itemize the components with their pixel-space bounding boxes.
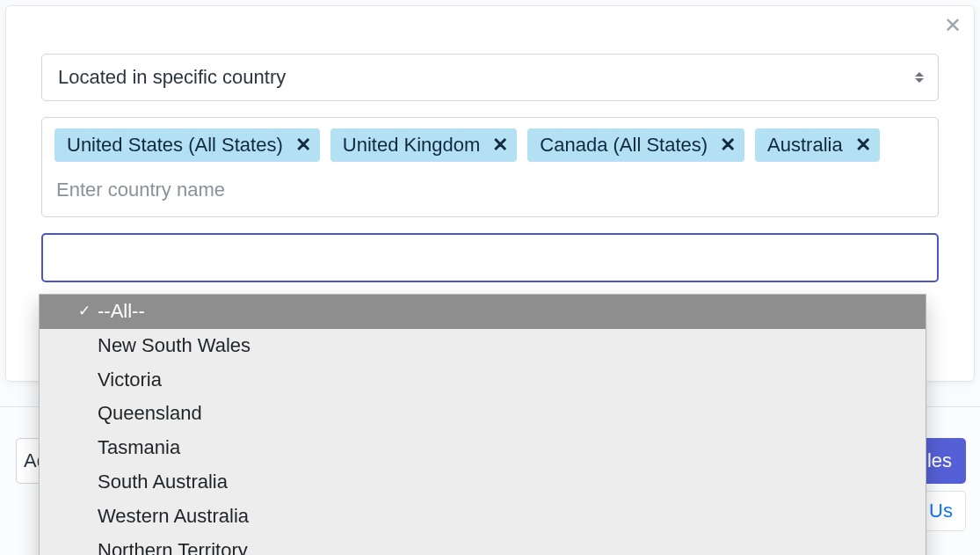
country-chip: Australia✕ bbox=[755, 128, 880, 162]
state-option-label: Western Australia bbox=[98, 505, 249, 527]
country-chip-label: Canada (All States) bbox=[540, 134, 708, 157]
chip-remove-icon[interactable]: ✕ bbox=[855, 134, 871, 157]
state-option-label: South Australia bbox=[98, 471, 228, 493]
mode-select-value: Located in specific country bbox=[58, 66, 286, 89]
state-option-label: New South Wales bbox=[98, 334, 250, 356]
country-chip: United Kingdom✕ bbox=[330, 128, 518, 162]
country-chip: Canada (All States)✕ bbox=[527, 128, 744, 162]
state-option[interactable]: Victoria bbox=[40, 363, 926, 398]
chips-row: United States (All States)✕United Kingdo… bbox=[54, 128, 926, 162]
check-icon: ✓ bbox=[78, 301, 91, 322]
country-chip: United States (All States)✕ bbox=[54, 128, 320, 162]
state-option-label: Queensland bbox=[98, 402, 202, 424]
state-option[interactable]: ✓--All-- bbox=[40, 295, 926, 329]
country-chip-label: United States (All States) bbox=[67, 134, 283, 157]
close-icon[interactable]: ✕ bbox=[944, 15, 962, 36]
chip-remove-icon[interactable]: ✕ bbox=[720, 134, 736, 157]
state-dropdown-list[interactable]: ✓--All--New South WalesVictoriaQueenslan… bbox=[39, 294, 926, 555]
country-name-input[interactable] bbox=[54, 178, 926, 202]
country-chip-label: United Kingdom bbox=[343, 134, 481, 157]
state-option[interactable]: South Australia bbox=[40, 465, 926, 500]
state-option-label: Tasmania bbox=[98, 436, 180, 458]
state-option-label: Victoria bbox=[98, 369, 162, 391]
state-option-label: Northern Territory bbox=[98, 539, 248, 555]
state-option[interactable]: Northern Territory bbox=[40, 534, 926, 555]
mode-select[interactable]: Located in specific country bbox=[41, 54, 939, 101]
state-option[interactable]: New South Wales bbox=[40, 329, 926, 363]
chip-remove-icon[interactable]: ✕ bbox=[492, 134, 508, 157]
state-select[interactable] bbox=[41, 233, 939, 282]
state-option-label: --All-- bbox=[98, 300, 145, 322]
state-option[interactable]: Queensland bbox=[40, 397, 926, 431]
country-chips-box: United States (All States)✕United Kingdo… bbox=[41, 117, 939, 217]
state-option[interactable]: Western Australia bbox=[40, 500, 926, 534]
state-option[interactable]: Tasmania bbox=[40, 431, 926, 465]
country-chip-label: Australia bbox=[767, 134, 843, 157]
chip-remove-icon[interactable]: ✕ bbox=[295, 134, 311, 157]
updown-caret-icon bbox=[915, 72, 924, 83]
